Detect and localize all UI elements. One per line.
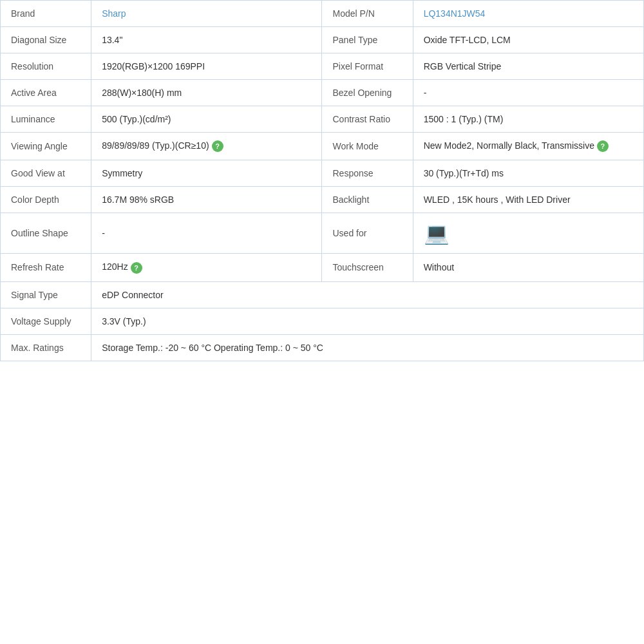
spec-label: Good View at	[1, 160, 91, 187]
spec-value: 13.4"	[91, 27, 322, 53]
table-row: Outline Shape-Used for💻	[1, 213, 644, 254]
spec-value-text: -	[424, 88, 427, 98]
spec-label: Luminance	[1, 106, 91, 133]
spec-value-text: 120Hz	[102, 261, 128, 272]
table-row: Max. RatingsStorage Temp.: -20 ~ 60 °C O…	[1, 334, 644, 361]
spec-value-text: WLED , 15K hours , With LED Driver	[424, 194, 571, 205]
spec-value: LQ134N1JW54	[413, 1, 643, 27]
spec-value: 1920(RGB)×1200 169PPI	[91, 53, 322, 80]
spec-value-text: RGB Vertical Stripe	[424, 61, 502, 71]
spec-label: Backlight	[322, 187, 413, 213]
spec-label: Used for	[322, 213, 413, 254]
table-row: Active Area288(W)×180(H) mmBezel Opening…	[1, 80, 644, 106]
spec-label: Viewing Angle	[1, 133, 91, 160]
spec-label: Diagonal Size	[1, 27, 91, 53]
spec-value-text: -	[102, 228, 105, 238]
spec-value-text: 13.4"	[102, 35, 122, 45]
spec-value: 16.7M 98% sRGB	[91, 187, 322, 213]
spec-value-text: 89/89/89/89 (Typ.)(CR≥10)	[102, 140, 209, 151]
spec-label: Panel Type	[322, 27, 413, 53]
spec-value-text: 3.3V (Typ.)	[102, 316, 146, 327]
spec-value: eDP Connector	[91, 281, 644, 308]
spec-value: 3.3V (Typ.)	[91, 308, 644, 334]
table-row: Resolution1920(RGB)×1200 169PPIPixel For…	[1, 53, 644, 80]
table-row: Signal TypeeDP Connector	[1, 281, 644, 308]
spec-value-text: New Mode2, Normally Black, Transmissive	[424, 140, 594, 151]
model-link[interactable]: LQ134N1JW54	[424, 8, 486, 19]
help-icon[interactable]: ?	[212, 140, 223, 152]
help-icon[interactable]: ?	[131, 262, 142, 274]
spec-value: -	[413, 80, 643, 106]
spec-label: Voltage Supply	[1, 308, 91, 334]
spec-value-text: 30 (Typ.)(Tr+Td) ms	[424, 168, 504, 178]
table-row: Color Depth16.7M 98% sRGBBacklightWLED ,…	[1, 187, 644, 213]
spec-value: RGB Vertical Stripe	[413, 53, 643, 80]
spec-label: Active Area	[1, 80, 91, 106]
spec-value: Sharp	[91, 1, 322, 27]
spec-value: 288(W)×180(H) mm	[91, 80, 322, 106]
spec-value: 120Hz?	[91, 254, 322, 281]
spec-label: Refresh Rate	[1, 254, 91, 281]
spec-label: Contrast Ratio	[322, 106, 413, 133]
spec-value: 💻	[413, 213, 643, 254]
table-row: Voltage Supply3.3V (Typ.)	[1, 308, 644, 334]
spec-value: Symmetry	[91, 160, 322, 187]
spec-value: -	[91, 213, 322, 254]
spec-value-text: 500 (Typ.)(cd/m²)	[102, 114, 171, 124]
spec-value: 500 (Typ.)(cd/m²)	[91, 106, 322, 133]
table-row: Diagonal Size13.4"Panel TypeOxide TFT-LC…	[1, 27, 644, 53]
spec-label: Outline Shape	[1, 213, 91, 254]
table-row: BrandSharpModel P/NLQ134N1JW54	[1, 1, 644, 27]
spec-value-text: 1920(RGB)×1200 169PPI	[102, 61, 205, 71]
spec-value-text: Without	[424, 262, 454, 272]
brand-link[interactable]: Sharp	[102, 8, 126, 19]
spec-value: WLED , 15K hours , With LED Driver	[413, 187, 643, 213]
spec-label: Brand	[1, 1, 91, 27]
spec-value: Without	[413, 254, 643, 281]
spec-label: Response	[322, 160, 413, 187]
help-icon[interactable]: ?	[597, 140, 609, 152]
table-row: Luminance500 (Typ.)(cd/m²)Contrast Ratio…	[1, 106, 644, 133]
spec-label: Pixel Format	[322, 53, 413, 80]
spec-value-text: eDP Connector	[102, 290, 163, 300]
spec-label: Work Mode	[322, 133, 413, 160]
spec-value: 1500 : 1 (Typ.) (TM)	[413, 106, 643, 133]
spec-value: New Mode2, Normally Black, Transmissive?	[413, 133, 643, 160]
spec-label: Resolution	[1, 53, 91, 80]
spec-label: Bezel Opening	[322, 80, 413, 106]
spec-value-text: 1500 : 1 (Typ.) (TM)	[424, 114, 504, 124]
spec-value-text: Oxide TFT-LCD, LCM	[424, 35, 511, 45]
table-row: Good View atSymmetryResponse30 (Typ.)(Tr…	[1, 160, 644, 187]
spec-label: Signal Type	[1, 281, 91, 308]
table-row: Viewing Angle89/89/89/89 (Typ.)(CR≥10)?W…	[1, 133, 644, 160]
spec-value: Oxide TFT-LCD, LCM	[413, 27, 643, 53]
spec-value-text: Storage Temp.: -20 ~ 60 °C Operating Tem…	[102, 343, 323, 353]
spec-value-text: 16.7M 98% sRGB	[102, 194, 174, 205]
spec-label: Touchscreen	[322, 254, 413, 281]
spec-value: 30 (Typ.)(Tr+Td) ms	[413, 160, 643, 187]
spec-label: Color Depth	[1, 187, 91, 213]
spec-label: Model P/N	[322, 1, 413, 27]
laptop-icon: 💻	[424, 222, 450, 245]
spec-table: BrandSharpModel P/NLQ134N1JW54Diagonal S…	[0, 0, 644, 361]
spec-value-text: Symmetry	[102, 168, 142, 178]
spec-value: Storage Temp.: -20 ~ 60 °C Operating Tem…	[91, 334, 644, 361]
table-row: Refresh Rate120Hz?TouchscreenWithout	[1, 254, 644, 281]
spec-value: 89/89/89/89 (Typ.)(CR≥10)?	[91, 133, 322, 160]
spec-value-text: 288(W)×180(H) mm	[102, 88, 182, 98]
spec-label: Max. Ratings	[1, 334, 91, 361]
